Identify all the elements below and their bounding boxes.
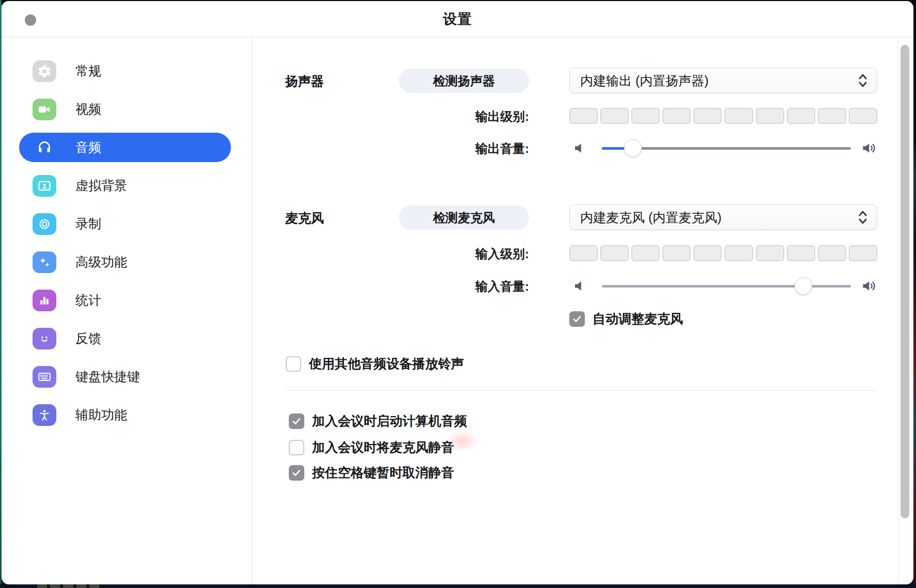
background-artifact — [37, 584, 99, 588]
input-volume-slider[interactable] — [572, 277, 878, 296]
audio-settings-panel: 扬声器 检测扬声器 内建输出 (内置扬声器) 输出级别: 输出音量: — [2, 38, 898, 584]
speaker-loud-icon — [862, 278, 877, 294]
level-segment — [631, 108, 660, 124]
level-segment — [662, 245, 691, 261]
microphone-device-select[interactable]: 内建麦克风 (内置麦克风) — [569, 204, 877, 230]
level-segment — [600, 245, 629, 261]
input-volume-label: 输入音量: — [389, 278, 529, 295]
checkbox-label: 加入会议时将麦克风静音 — [312, 439, 454, 456]
slider-thumb[interactable] — [795, 277, 812, 295]
output-level-label: 输出级别: — [389, 108, 529, 125]
speaker-device-select[interactable]: 内建输出 (内置扬声器) — [569, 68, 877, 93]
chevron-up-down-icon — [857, 72, 868, 89]
window-title: 设置 — [2, 1, 913, 37]
level-segment — [569, 245, 598, 261]
desktop-background: 设置 常规视频音频虚拟背景录制高级功能统计反馈键盘快捷键辅助功能 扬声器 检测扬… — [0, 0, 916, 588]
auto-adjust-mic-checkbox[interactable]: 自动调整麦克风 — [569, 310, 683, 327]
slider-thumb[interactable] — [624, 139, 642, 157]
speaker-loud-icon — [862, 140, 877, 156]
separate-ringtone-device-checkbox[interactable]: 使用其他音频设备播放铃声 — [286, 355, 464, 372]
space-to-unmute-checkbox[interactable]: 按住空格键暂时取消静音 — [289, 464, 454, 481]
level-segment — [818, 108, 846, 124]
level-segment — [756, 245, 784, 261]
level-segment — [724, 108, 753, 124]
checkbox-box[interactable] — [289, 465, 304, 481]
checkbox-label: 使用其他音频设备播放铃声 — [309, 355, 464, 372]
speaker-low-icon — [572, 278, 588, 294]
input-level-label: 输入级别: — [389, 246, 529, 262]
level-segment — [818, 245, 846, 261]
checkbox-label: 自动调整麦克风 — [593, 310, 683, 327]
mute-mic-on-join-checkbox[interactable]: 加入会议时将麦克风静音 — [289, 439, 454, 456]
level-segment — [693, 245, 722, 261]
output-level-meter — [569, 108, 877, 124]
slider-track[interactable] — [602, 285, 851, 288]
level-segment — [787, 108, 815, 124]
level-segment — [849, 108, 877, 124]
output-volume-slider[interactable] — [572, 139, 878, 158]
level-segment — [600, 108, 629, 124]
settings-window: 设置 常规视频音频虚拟背景录制高级功能统计反馈键盘快捷键辅助功能 扬声器 检测扬… — [2, 1, 913, 584]
speaker-device-value: 内建输出 (内置扬声器) — [580, 72, 857, 89]
checkbox-box[interactable] — [289, 440, 304, 455]
test-speaker-button[interactable]: 检测扬声器 — [399, 69, 529, 93]
chevron-up-down-icon — [857, 209, 868, 226]
output-volume-label: 输出音量: — [389, 140, 529, 157]
checkmark-icon — [291, 468, 302, 478]
checkmark-icon — [572, 314, 582, 324]
test-microphone-button[interactable]: 检测麦克风 — [399, 205, 529, 230]
level-segment — [569, 108, 598, 124]
microphone-section-label: 麦克风 — [285, 210, 324, 227]
level-segment — [724, 245, 753, 261]
level-segment — [662, 108, 691, 124]
microphone-device-value: 内建麦克风 (内置麦克风) — [580, 209, 857, 226]
checkbox-label: 加入会议时启动计算机音频 — [312, 412, 467, 430]
content-right-divider — [898, 38, 898, 584]
speaker-section-label: 扬声器 — [285, 73, 324, 90]
level-segment — [756, 108, 784, 124]
level-segment — [631, 245, 660, 261]
checkbox-label: 按住空格键暂时取消静音 — [312, 464, 454, 481]
section-divider — [285, 390, 877, 391]
level-segment — [787, 245, 815, 261]
level-segment — [849, 245, 877, 261]
background-right-strip — [913, 0, 916, 588]
checkbox-box[interactable] — [569, 311, 585, 327]
titlebar[interactable]: 设置 — [2, 1, 913, 37]
join-computer-audio-checkbox[interactable]: 加入会议时启动计算机音频 — [289, 412, 467, 430]
checkbox-box[interactable] — [286, 356, 301, 372]
slider-track[interactable] — [602, 147, 851, 150]
checkbox-box[interactable] — [289, 414, 304, 429]
background-bottom-strip — [0, 584, 916, 588]
checkmark-icon — [291, 416, 302, 426]
vertical-scrollbar[interactable] — [901, 45, 909, 518]
input-level-meter — [569, 245, 877, 261]
speaker-low-icon — [572, 140, 588, 156]
level-segment — [693, 108, 722, 124]
